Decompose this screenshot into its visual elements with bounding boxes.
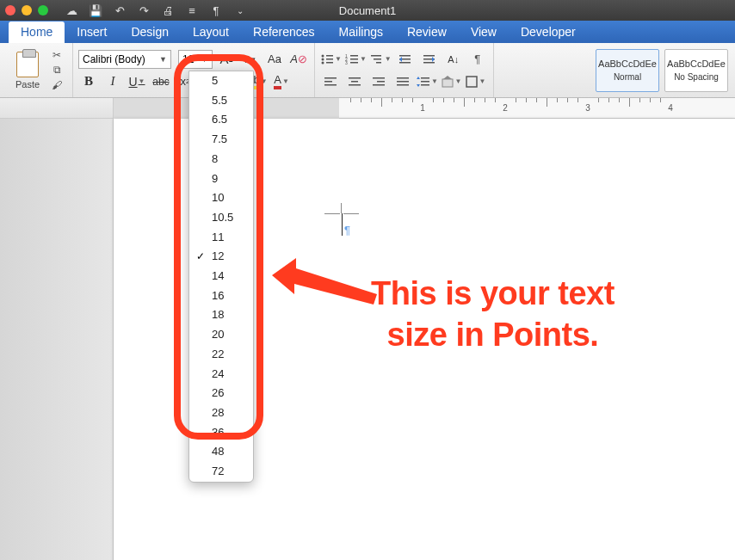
strikethrough-button[interactable]: abc: [151, 72, 171, 91]
justify-button[interactable]: [392, 72, 413, 91]
font-size-combo[interactable]: 12 ▼: [178, 50, 213, 69]
font-size-option-22[interactable]: 22: [189, 345, 253, 365]
bullets-qat-icon[interactable]: ≡: [184, 3, 200, 18]
font-color-button[interactable]: A▼: [271, 72, 292, 91]
svg-rect-32: [397, 77, 409, 79]
save-icon[interactable]: 💾: [88, 3, 103, 18]
style-no-spacing[interactable]: AaBbCcDdEeNo Spacing: [664, 49, 728, 92]
svg-text:3: 3: [345, 60, 348, 65]
bullets-button[interactable]: ▼: [320, 50, 342, 69]
font-size-option-8[interactable]: 8: [189, 150, 253, 169]
tab-layout[interactable]: Layout: [181, 22, 241, 43]
font-size-option-16[interactable]: 16: [189, 286, 253, 306]
line-spacing-button[interactable]: ▼: [417, 72, 438, 91]
style-name: No Spacing: [674, 72, 719, 82]
svg-point-0: [322, 54, 324, 57]
font-size-option-12[interactable]: 12: [189, 247, 253, 267]
left-gutter: [0, 119, 114, 560]
borders-button[interactable]: ▼: [466, 72, 486, 91]
multilevel-list-button[interactable]: ▼: [370, 50, 392, 69]
font-size-option-6-5[interactable]: 6.5: [189, 110, 253, 130]
undo-icon[interactable]: ↶: [112, 3, 127, 18]
svg-marker-41: [443, 76, 452, 79]
tab-review[interactable]: Review: [395, 22, 459, 43]
decrease-font-button[interactable]: A▾: [240, 50, 261, 69]
svg-marker-38: [417, 77, 420, 79]
font-size-option-18[interactable]: 18: [189, 305, 253, 325]
font-size-option-7-5[interactable]: 7.5: [189, 130, 253, 150]
ribbon: Paste ✂ ⧉ 🖌 Calibri (Body) ▼ 12 ▼ A▴ A▾ …: [0, 43, 735, 98]
align-right-button[interactable]: [368, 72, 389, 91]
font-size-option-14[interactable]: 14: [189, 267, 253, 286]
svg-rect-24: [324, 81, 332, 83]
ruler-number: 4: [668, 103, 673, 113]
clear-formatting-button[interactable]: A⊘: [288, 50, 309, 69]
redo-icon[interactable]: ↷: [136, 3, 151, 18]
svg-rect-29: [373, 77, 385, 79]
svg-marker-39: [417, 84, 420, 87]
svg-rect-28: [349, 84, 361, 86]
quick-access-toolbar: ☁ 💾 ↶ ↷ 🖨 ≡ ¶ ⌄: [64, 3, 248, 18]
tab-references[interactable]: References: [241, 22, 327, 43]
format-painter-button[interactable]: 🖌: [48, 79, 65, 91]
tab-design[interactable]: Design: [119, 22, 181, 43]
tab-mailings[interactable]: Mailings: [327, 22, 395, 43]
paragraph-group: ▼ 123▼ ▼ A↓ ¶ ▼ ▼ ▼: [315, 43, 494, 97]
tab-developer[interactable]: Developer: [509, 22, 588, 43]
bold-button[interactable]: B: [78, 72, 99, 91]
svg-rect-11: [350, 62, 358, 64]
underline-button[interactable]: U▼: [127, 72, 147, 91]
tab-home[interactable]: Home: [9, 22, 65, 43]
clipboard-small: ✂ ⧉ 🖌: [46, 46, 67, 94]
shading-button[interactable]: ▼: [442, 72, 462, 91]
chevron-down-icon: ▼: [159, 55, 167, 64]
maximize-window-button[interactable]: [38, 5, 48, 15]
chevron-down-icon: ▼: [201, 55, 208, 64]
change-case-button[interactable]: Aa: [264, 50, 285, 69]
paste-button[interactable]: Paste: [9, 46, 46, 94]
numbering-button[interactable]: 123▼: [345, 50, 367, 69]
font-size-option-11[interactable]: 11: [189, 228, 253, 248]
style-normal[interactable]: AaBbCcDdEeNormal: [596, 49, 659, 92]
italic-button[interactable]: I: [102, 72, 123, 91]
font-size-option-28[interactable]: 28: [189, 403, 253, 423]
formatting-qat-icon[interactable]: ¶: [208, 3, 224, 18]
svg-marker-22: [432, 57, 435, 62]
cut-button[interactable]: ✂: [48, 49, 65, 61]
increase-font-button[interactable]: A▴: [216, 50, 237, 69]
font-name-combo[interactable]: Calibri (Body) ▼: [78, 50, 171, 69]
decrease-indent-button[interactable]: [395, 50, 416, 69]
font-size-option-36[interactable]: 36: [189, 423, 253, 443]
copy-button[interactable]: ⧉: [48, 64, 65, 76]
close-window-button[interactable]: [5, 5, 15, 15]
svg-rect-30: [377, 81, 385, 83]
chevron-down-icon[interactable]: ⌄: [232, 3, 248, 18]
font-size-option-24[interactable]: 24: [189, 365, 253, 385]
sort-button[interactable]: A↓: [443, 50, 464, 69]
minimize-window-button[interactable]: [22, 5, 32, 15]
font-size-option-10-5[interactable]: 10.5: [189, 208, 253, 228]
font-size-option-5-5[interactable]: 5.5: [189, 91, 253, 111]
font-size-option-10[interactable]: 10: [189, 188, 253, 208]
svg-rect-15: [399, 55, 411, 57]
clipboard-group: Paste ✂ ⧉ 🖌: [3, 43, 73, 97]
tab-insert[interactable]: Insert: [65, 22, 119, 43]
align-center-button[interactable]: [344, 72, 365, 91]
font-size-option-9[interactable]: 9: [189, 169, 253, 189]
align-left-button[interactable]: [320, 72, 341, 91]
font-size-option-72[interactable]: 72: [189, 462, 253, 482]
show-paragraph-button[interactable]: ¶: [467, 50, 488, 69]
increase-indent-button[interactable]: [419, 50, 440, 69]
font-size-option-5[interactable]: 5: [189, 71, 253, 91]
svg-rect-31: [373, 84, 385, 86]
font-name-value: Calibri (Body): [83, 53, 145, 65]
svg-rect-26: [349, 77, 361, 79]
font-size-option-20[interactable]: 20: [189, 325, 253, 345]
tab-view[interactable]: View: [459, 22, 509, 43]
svg-rect-36: [421, 81, 429, 83]
autosave-icon[interactable]: ☁: [64, 3, 79, 18]
style-name: Normal: [614, 72, 641, 82]
font-size-option-48[interactable]: 48: [189, 442, 253, 462]
font-size-option-26[interactable]: 26: [189, 384, 253, 403]
print-icon[interactable]: 🖨: [160, 3, 176, 18]
